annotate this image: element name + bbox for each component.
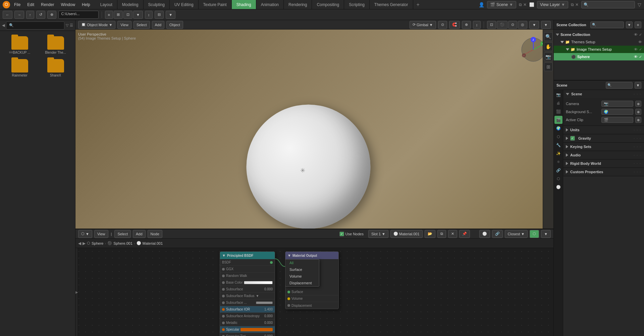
- outliner-view-button[interactable]: ≡: [635, 21, 641, 28]
- collection-view-button[interactable]: ⊞: [544, 62, 553, 71]
- node-link-button[interactable]: 🔗: [492, 230, 503, 238]
- node-display-button[interactable]: ▼: [541, 230, 551, 238]
- list-item[interactable]: ShareX: [39, 58, 72, 79]
- node-view-button[interactable]: View: [94, 230, 108, 238]
- node-left-collapse[interactable]: ▶: [75, 248, 78, 336]
- filter-options-button[interactable]: ▼: [166, 11, 175, 19]
- scene-collection-item[interactable]: Scene Collection 👁 ✓: [554, 31, 644, 38]
- screen-icon[interactable]: ⬜: [529, 2, 534, 7]
- material-pin-button[interactable]: 📌: [459, 230, 470, 238]
- node-canvas[interactable]: ▶ ▼ Principled BSDF BSDF: [75, 248, 553, 336]
- breadcrumb-material[interactable]: Material.001: [143, 241, 163, 245]
- node-color-button[interactable]: ⬡: [530, 230, 539, 238]
- node-left-arrow[interactable]: ◀: [78, 241, 81, 246]
- constraints-props-tab[interactable]: 🔗: [554, 166, 562, 174]
- modifier-props-tab[interactable]: 🔧: [554, 141, 562, 149]
- menu-help[interactable]: Help: [79, 2, 93, 8]
- add-workspace-button[interactable]: +: [413, 0, 423, 9]
- bookmark-button[interactable]: ⊕: [47, 11, 56, 19]
- activeclip-field-value[interactable]: 🎬: [601, 117, 633, 123]
- panel-menu-icon[interactable]: ☰: [70, 23, 73, 28]
- use-nodes-toggle[interactable]: ✓ Use Nodes: [339, 232, 364, 236]
- gimbal-button[interactable]: ⟳ Gimbal ▼: [410, 21, 436, 29]
- node-node-button[interactable]: Node: [148, 230, 162, 238]
- outliner-filter[interactable]: 🔍: [590, 21, 624, 28]
- view-layer-props-tab[interactable]: ⬛: [554, 107, 562, 115]
- tab-rendering[interactable]: Rendering: [284, 0, 312, 9]
- view-options-button[interactable]: ▼: [133, 11, 143, 19]
- dropdown-all[interactable]: All: [285, 259, 319, 266]
- subsub-bar[interactable]: [256, 301, 273, 304]
- node-right-arrow[interactable]: ▶: [83, 241, 86, 246]
- subradius-dropdown[interactable]: ▼: [256, 294, 259, 298]
- keying-sets-section-header[interactable]: Keying Sets · · ·: [563, 143, 644, 151]
- camera-field-value[interactable]: 📷: [601, 101, 633, 107]
- sphere-select-icon[interactable]: ✓: [639, 55, 642, 59]
- hand-pan-button[interactable]: ✋: [544, 42, 553, 51]
- node-add-button[interactable]: Add: [133, 230, 146, 238]
- tab-themes-generator[interactable]: Themes Generator: [370, 0, 413, 9]
- material-output-node-card[interactable]: ▼ Material Output All Surface Volume Dis…: [285, 251, 339, 309]
- preview-view-button[interactable]: ⊡: [123, 11, 132, 19]
- scene-props-tab[interactable]: 🎬: [554, 116, 562, 124]
- account-icon[interactable]: 👤: [479, 2, 484, 7]
- nav-forward-button[interactable]: →: [14, 11, 24, 19]
- scene-close-icon[interactable]: ✕: [523, 2, 527, 7]
- breadcrumb-sphere[interactable]: Sphere: [92, 241, 103, 245]
- path-input[interactable]: C:\Users\...: [58, 11, 99, 19]
- tab-shading[interactable]: Shading: [232, 0, 256, 9]
- audio-section-header[interactable]: Audio · · ·: [563, 151, 644, 159]
- units-section-header[interactable]: Units · · ·: [563, 126, 644, 134]
- view-layer-close-icon[interactable]: ✕: [575, 2, 579, 7]
- scene-section-header[interactable]: Scene · · ·: [563, 90, 644, 98]
- dropdown-surface[interactable]: Surface: [285, 266, 319, 273]
- output-props-tab[interactable]: 🖨: [554, 99, 562, 107]
- themes-eye-icon[interactable]: 👁: [638, 40, 642, 44]
- material-close-button[interactable]: ✕: [448, 230, 457, 238]
- material-browse-button[interactable]: 📂: [425, 230, 435, 238]
- rigid-body-section-header[interactable]: Rigid Body World · · ·: [563, 159, 644, 167]
- sphere-item[interactable]: ⚫ Sphere 👁 ✓: [554, 53, 644, 60]
- list-item[interactable]: ==BACKUP ...: [3, 35, 37, 56]
- list-view-button[interactable]: ≡: [105, 11, 113, 19]
- material-props-tab[interactable]: ⚪: [554, 183, 562, 191]
- solid-button[interactable]: ⚫: [497, 21, 507, 29]
- filter-toggle-button[interactable]: ⊟: [155, 11, 164, 19]
- specular-bar[interactable]: [240, 328, 273, 331]
- use-nodes-checkbox[interactable]: ✓: [339, 232, 344, 236]
- blender-logo[interactable]: ⬡: [3, 1, 10, 8]
- rendered-button[interactable]: ◎: [518, 21, 527, 29]
- base-color-bar[interactable]: [244, 281, 273, 284]
- gravity-checkbox[interactable]: ✓: [570, 136, 575, 141]
- viewport-view-button[interactable]: View: [117, 21, 131, 29]
- background-field-value[interactable]: 🌍: [601, 109, 633, 115]
- filter-icon[interactable]: ▽: [638, 2, 641, 7]
- themes-setup-item[interactable]: 📁 Themes Setup 👁: [554, 38, 644, 46]
- viewport-overlay-button[interactable]: ▼: [529, 21, 539, 29]
- grid-view-button[interactable]: ⊞: [114, 11, 123, 19]
- list-item[interactable]: Blender The...: [39, 35, 72, 56]
- nav-back-button[interactable]: ←: [3, 11, 12, 19]
- tab-uv-editing[interactable]: UV Editing: [170, 0, 199, 9]
- list-item[interactable]: Rainmeter: [3, 58, 37, 79]
- wireframe-button[interactable]: ⊡: [487, 21, 496, 29]
- nav-refresh-button[interactable]: ↺: [36, 11, 45, 19]
- tab-scripting[interactable]: Scripting: [344, 0, 370, 9]
- tab-modeling[interactable]: Modeling: [117, 0, 144, 9]
- eye-icon[interactable]: 👁: [634, 33, 638, 37]
- closest-button[interactable]: Closest ▼: [505, 230, 528, 238]
- sphere-eye-icon[interactable]: 👁: [634, 55, 638, 59]
- breadcrumb-sphere001[interactable]: Sphere.001: [113, 241, 132, 245]
- material-copy-button[interactable]: ⧉: [437, 230, 446, 238]
- snap-button[interactable]: 🧲: [449, 21, 460, 29]
- menu-edit[interactable]: Edit: [24, 2, 37, 8]
- viewport-object-button[interactable]: Object: [166, 21, 183, 29]
- image-themes-check-icon[interactable]: ✓: [639, 47, 642, 52]
- exclude-icon[interactable]: ✓: [639, 33, 642, 37]
- camera-pick-button[interactable]: ⊕: [635, 101, 641, 107]
- menu-window[interactable]: Window: [58, 2, 78, 8]
- properties-filter[interactable]: 🔍: [606, 82, 633, 89]
- panel-collapse-icon[interactable]: ◀: [2, 23, 5, 28]
- viewport-editor-type-button[interactable]: 🔲 Object Mode ▼: [78, 21, 115, 29]
- image-themes-eye-icon[interactable]: 👁: [634, 47, 638, 51]
